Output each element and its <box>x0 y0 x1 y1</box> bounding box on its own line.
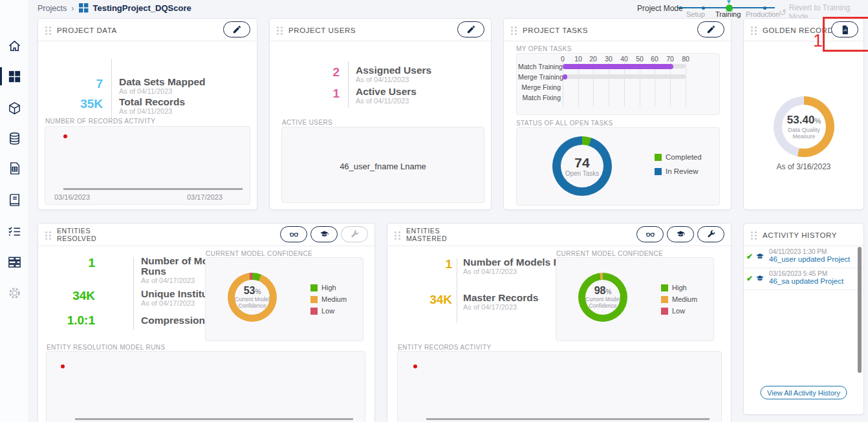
x-tick: 40 <box>616 55 632 63</box>
edit-pencil-icon <box>232 25 242 34</box>
card-title: PROJECT DATA <box>57 26 117 34</box>
stat-label: Assigned Users As of 04/11/2023 <box>356 65 472 84</box>
mode-step-setup-dot[interactable] <box>702 6 705 10</box>
sidebar-item-mastering[interactable] <box>0 252 28 271</box>
my-open-tasks-label: MY OPEN TASKS <box>516 45 572 52</box>
legend-swatch <box>310 308 318 315</box>
home-icon <box>7 39 22 54</box>
drag-handle-icon[interactable] <box>751 231 753 233</box>
active-users-panel: 46_user_fname Lname <box>281 127 484 203</box>
task-row-label: Match Fixing <box>518 94 561 101</box>
task-bar-match-training <box>563 64 673 69</box>
edit-project-tasks-button[interactable] <box>697 21 724 37</box>
breadcrumb-projects-link[interactable]: Projects <box>38 4 67 13</box>
donut-center-value: 74 <box>574 156 589 170</box>
model-runs-chart: 03/16/2023 04/17/2023 <box>46 351 365 422</box>
active-user-name: 46_user_fname Lname <box>282 162 484 171</box>
stat-label: Total Records As of 04/11/2023 <box>119 97 242 116</box>
stat-value: 2 <box>270 65 340 79</box>
mode-step-training-label[interactable]: Training <box>715 10 741 18</box>
view-all-activity-button[interactable]: View All Activity History <box>760 386 847 399</box>
donut-center-value: 53% <box>244 286 261 297</box>
sidebar-item-settings[interactable] <box>0 283 28 302</box>
stat-divider <box>348 61 349 108</box>
configure-button[interactable] <box>341 226 368 242</box>
drag-handle-icon[interactable] <box>45 231 47 233</box>
review-glasses-icon <box>646 229 655 239</box>
gear-icon <box>7 286 22 301</box>
sidebar-item-home[interactable] <box>0 36 28 56</box>
card-title: PROJECT TASKS <box>523 26 588 34</box>
stat-asof: As of 04/11/2023 <box>356 76 472 84</box>
x-tick: 80 <box>678 55 693 63</box>
mode-step-setup-label[interactable]: Setup <box>686 10 705 18</box>
sidebar-item-catalog[interactable] <box>0 190 28 209</box>
bricks-icon <box>7 255 22 269</box>
donut-center-value: 53.40% <box>787 114 821 127</box>
mode-step-production-label[interactable]: Production <box>746 10 780 18</box>
stat-value: 1 <box>387 257 452 271</box>
stat-value: 1 <box>38 256 95 270</box>
legend-swatch <box>655 168 662 175</box>
training-button[interactable] <box>310 226 338 242</box>
sidebar-item-database[interactable] <box>0 129 28 148</box>
database-icon <box>7 131 22 146</box>
open-tasks-donut-chart: 74 Open Tasks <box>552 136 612 196</box>
training-button[interactable] <box>667 226 694 242</box>
records-activity-chart: 03/16/2023 03/17/2023 <box>45 126 250 205</box>
review-glasses-icon <box>289 229 299 239</box>
drag-handle-icon[interactable] <box>751 26 753 28</box>
project-mode-label: Project Mode <box>637 4 683 13</box>
stat-value: 35K <box>38 97 103 111</box>
edit-project-users-button[interactable] <box>457 21 484 37</box>
golden-records-asof: As of 3/16/2023 <box>744 162 863 171</box>
x-tick: 20 <box>585 55 601 63</box>
drag-handle-icon[interactable] <box>395 231 396 233</box>
donut-center-label: Open Tasks <box>565 170 600 177</box>
review-entities-button[interactable] <box>636 226 664 242</box>
review-entities-button[interactable] <box>280 226 307 242</box>
drag-handle-icon[interactable] <box>277 26 279 28</box>
scrollbar-thumb[interactable] <box>858 247 862 373</box>
sidebar-item-tasks[interactable] <box>0 222 28 241</box>
mode-active-arrow-icon: ▾ <box>727 0 731 6</box>
donut-center-value: 98% <box>594 286 612 297</box>
confidence-label: CURRENT MODEL CONFIDENCE <box>206 250 312 257</box>
mode-step-production-dot[interactable] <box>763 6 766 10</box>
activity-history-card: ACTIVITY HISTORY ✔ 04/11/2023 1:30 PM 46… <box>743 223 864 415</box>
legend-item-high: High <box>310 284 336 291</box>
x-tick: 10 <box>570 55 586 63</box>
stat-divider <box>457 258 457 323</box>
activity-link[interactable]: 46_sa updated Project <box>769 277 843 285</box>
my-open-tasks-chart: 0 10 20 30 40 50 60 70 80 Match Training… <box>516 53 720 115</box>
stat-value: 34K <box>387 293 452 307</box>
data-point-dot <box>61 364 65 368</box>
activity-date: 04/11/2023 1:30 PM <box>769 248 827 255</box>
spreadsheet-file-icon <box>7 161 22 176</box>
task-bar-track <box>563 64 686 69</box>
sidebar-item-spreadsheet[interactable] <box>0 158 28 178</box>
stat-divider <box>133 257 134 330</box>
legend-item-medium: Medium <box>310 295 347 303</box>
x-axis-line <box>63 188 243 190</box>
drag-handle-icon[interactable] <box>511 26 513 28</box>
sidebar-item-dashboard[interactable] <box>0 67 28 86</box>
activity-link[interactable]: 46_user updated Project <box>769 255 850 263</box>
book-icon <box>7 193 22 207</box>
sidebar-item-datasets[interactable] <box>0 98 28 118</box>
donut-center-label: Current Model Confidence <box>233 297 271 309</box>
stat-asof: As of 04/11/2023 <box>119 87 242 96</box>
config-wrench-icon <box>706 229 716 239</box>
config-wrench-icon <box>350 229 360 239</box>
configure-button[interactable] <box>697 226 724 242</box>
stat-value: 7 <box>38 77 103 91</box>
donut-center-label: Current Model Confidence <box>584 297 622 309</box>
edit-project-data-button[interactable] <box>223 21 250 37</box>
sidebar <box>0 0 29 422</box>
drag-handle-icon[interactable] <box>45 26 47 28</box>
task-row-label: Merge Fixing <box>518 83 561 91</box>
stat-value: 34K <box>38 289 95 303</box>
activity-item[interactable]: ✔ 03/16/2023 5:45 PM 46_sa updated Proje… <box>744 268 863 290</box>
check-icon: ✔ <box>746 252 753 261</box>
activity-item[interactable]: ✔ 04/11/2023 1:30 PM 46_user updated Pro… <box>744 246 863 268</box>
